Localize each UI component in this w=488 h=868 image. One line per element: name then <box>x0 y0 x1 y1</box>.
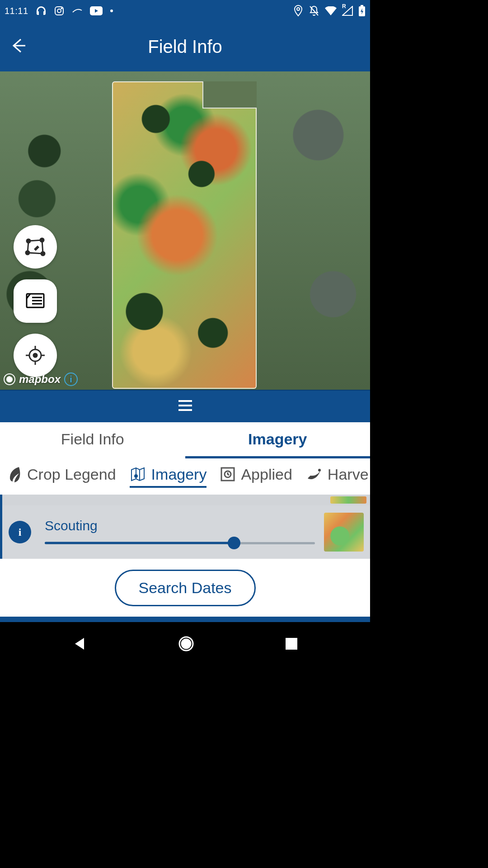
sub-tabs: Crop Legend Imagery Applied Harve <box>0 458 370 495</box>
map-info-button[interactable]: i <box>64 373 78 386</box>
imagery-row-prev-peek[interactable] <box>0 495 370 505</box>
sickle-icon <box>306 467 322 481</box>
app-bar: Field Info <box>0 22 370 71</box>
subtab-label: Imagery <box>151 466 207 483</box>
battery-charging-icon <box>358 5 366 17</box>
slider-fill <box>45 542 234 544</box>
svg-point-5 <box>297 8 300 10</box>
back-button[interactable] <box>9 37 27 57</box>
map-imagery-icon <box>130 466 146 482</box>
wifi-icon <box>325 6 337 15</box>
subtab-imagery[interactable]: Imagery <box>130 466 207 488</box>
field-outline-overlay <box>112 81 257 389</box>
location-pin-icon <box>293 5 303 17</box>
imagery-panel: i Scouting <box>0 495 370 559</box>
instagram-icon <box>54 5 65 16</box>
youtube-icon <box>90 6 103 15</box>
tab-field-info[interactable]: Field Info <box>0 422 185 458</box>
imagery-row-scouting[interactable]: i Scouting <box>0 505 370 559</box>
nav-home-button[interactable] <box>178 635 195 654</box>
locate-me-button[interactable] <box>14 334 57 377</box>
headphones-icon <box>36 5 47 16</box>
imagery-title: Scouting <box>45 518 315 533</box>
imagery-slider[interactable] <box>45 540 315 546</box>
subtab-label: Crop Legend <box>27 466 116 483</box>
subtab-label: Applied <box>241 466 292 483</box>
android-nav-bar <box>0 622 370 658</box>
map-attribution-text: mapbox <box>19 373 61 386</box>
svg-rect-8 <box>361 5 363 6</box>
status-clock: 11:11 <box>5 6 28 16</box>
page-title: Field Info <box>148 37 222 57</box>
subtab-label: Harve <box>328 466 369 483</box>
nav-recents-button[interactable] <box>285 637 298 652</box>
field-notes-button[interactable] <box>14 279 57 323</box>
subtab-applied[interactable]: Applied <box>220 466 292 488</box>
info-button[interactable]: i <box>9 521 31 543</box>
svg-point-32 <box>318 469 321 472</box>
field-map[interactable]: mapbox i <box>0 71 370 390</box>
leaf-icon <box>8 466 22 482</box>
hamburger-icon <box>178 400 193 413</box>
tab-imagery[interactable]: Imagery <box>185 422 371 458</box>
nav-back-button[interactable] <box>72 636 88 653</box>
draw-polygon-button[interactable] <box>14 225 57 269</box>
svg-point-29 <box>135 475 137 477</box>
map-attribution: mapbox i <box>4 373 78 386</box>
swoosh-icon <box>72 8 83 14</box>
dot-icon <box>110 9 113 13</box>
svg-point-2 <box>61 8 62 9</box>
footer-strip <box>0 617 370 622</box>
svg-rect-35 <box>286 638 297 650</box>
svg-point-4 <box>110 9 113 12</box>
signal-r-badge: R <box>342 3 346 9</box>
search-dates-area: Search Dates <box>0 559 370 617</box>
subtab-harvest[interactable]: Harve <box>306 466 369 488</box>
panel-toggle-bar[interactable] <box>0 390 370 422</box>
status-bar: 11:11 R <box>0 0 370 22</box>
applied-box-icon <box>220 467 235 482</box>
mapbox-logo-icon <box>4 373 15 385</box>
main-tabs: Field Info Imagery <box>0 422 370 458</box>
svg-point-18 <box>33 354 37 357</box>
imagery-thumbnail <box>324 513 364 552</box>
search-dates-button[interactable]: Search Dates <box>115 570 256 606</box>
svg-point-34 <box>182 639 191 648</box>
bell-off-icon <box>309 5 319 17</box>
subtab-crop-legend[interactable]: Crop Legend <box>8 466 116 488</box>
imagery-thumbnail-peek <box>330 496 366 504</box>
svg-point-1 <box>57 9 61 13</box>
signal-icon: R <box>342 6 353 16</box>
slider-knob[interactable] <box>228 537 240 549</box>
